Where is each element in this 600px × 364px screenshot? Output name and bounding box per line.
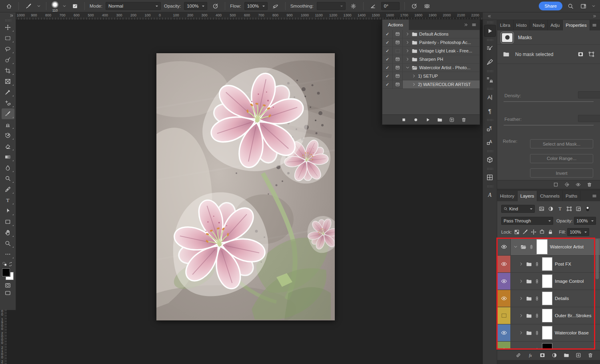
eye-icon[interactable] (501, 330, 507, 336)
layer-row[interactable]: Watercolor Artist (497, 238, 600, 256)
action-checkmark-icon[interactable]: ✓ (382, 80, 393, 88)
action-dialog-toggle[interactable] (393, 80, 403, 88)
dock-paragraph-styles[interactable]: ¶ (484, 122, 496, 134)
document-canvas[interactable] (156, 53, 335, 320)
swap-colors-icon[interactable] (8, 262, 13, 266)
action-item[interactable]: Watercolor Artist - Photo... (403, 64, 480, 72)
action-checkmark-icon[interactable]: ✓ (382, 47, 393, 55)
share-button[interactable]: Share (539, 2, 562, 10)
mask-link-icon[interactable] (534, 262, 540, 267)
action-row[interactable]: ✓1) SETUP (382, 72, 480, 80)
move-tool[interactable] (2, 22, 14, 33)
layer-name[interactable]: Watercolor Artist (550, 244, 584, 249)
chevron-right-icon[interactable] (405, 48, 410, 53)
stop-recording-icon[interactable] (401, 117, 406, 122)
new-action-set-icon[interactable] (437, 117, 442, 122)
refine-button-colorrange[interactable]: Color Range... (530, 154, 593, 163)
dock-paragraph[interactable]: ¶ (484, 105, 496, 117)
action-checkmark-icon[interactable]: ✓ (382, 30, 393, 38)
layer-row-body[interactable]: Watercolor Base (511, 324, 600, 341)
delete-layer-icon[interactable] (588, 352, 593, 358)
record-icon[interactable] (413, 117, 418, 122)
blend-mode-select[interactable]: Normal (106, 2, 161, 10)
tab-paths[interactable]: Paths (563, 191, 580, 201)
chevron-right-icon[interactable] (519, 330, 524, 335)
tab-histo[interactable]: Histo (514, 20, 530, 30)
mask-link-icon[interactable] (534, 296, 540, 301)
action-row[interactable]: ✓Vintage Light Leak - Free... (382, 47, 480, 55)
action-dialog-toggle[interactable] (393, 30, 403, 38)
frame-tool[interactable] (2, 76, 14, 87)
tab-history[interactable]: History (497, 191, 518, 201)
refine-button-selectandmask[interactable]: Select and Mask... (530, 139, 593, 148)
layer-name[interactable]: Watercolor Base (555, 330, 589, 335)
eye-icon[interactable] (501, 261, 507, 267)
layer-row[interactable]: Outer Br...Strokes (497, 307, 600, 324)
zoom-tool[interactable] (2, 238, 14, 249)
layer-row[interactable]: Image Control (497, 273, 600, 290)
layer-filter-select[interactable]: Kind (501, 205, 535, 213)
lock-pixels-icon[interactable] (522, 229, 528, 235)
toggle-mask-icon[interactable] (576, 182, 581, 187)
rectangle-tool[interactable] (2, 216, 14, 227)
layer-row-body[interactable]: Back Filling (511, 342, 600, 349)
type-tool[interactable]: T (2, 195, 14, 206)
layer-blend-mode-select[interactable]: Pass Through (501, 217, 553, 225)
chevron-right-icon[interactable] (405, 32, 410, 36)
filter-pixel-layers-icon[interactable] (539, 206, 544, 212)
dock-grip[interactable] (487, 21, 493, 23)
action-item[interactable]: Vintage Light Leak - Free... (403, 47, 480, 55)
new-group-icon[interactable] (564, 352, 569, 358)
layer-fill-select[interactable]: 100% (567, 228, 589, 236)
layer-visibility-cell[interactable] (497, 273, 511, 290)
action-row[interactable]: ✓Watercolor Artist - Photo... (382, 64, 480, 72)
refine-button-invert[interactable]: Invert (530, 168, 593, 178)
action-item[interactable]: Painterly - Photoshop Ac... (403, 38, 480, 46)
chevron-right-icon[interactable] (412, 82, 416, 87)
hidden-eye-box[interactable] (502, 314, 506, 318)
workspace-switcher-icon[interactable] (578, 1, 588, 11)
tab-layers[interactable]: Layers (518, 191, 538, 201)
action-row[interactable]: ✓Default Actions (382, 30, 480, 38)
dock-brushes[interactable] (484, 56, 496, 68)
eraser-tool[interactable] (2, 141, 14, 152)
play-action-icon[interactable] (425, 117, 430, 122)
tab-adju[interactable]: Adju (548, 20, 563, 30)
action-row[interactable]: ✓Painterly - Photoshop Ac... (382, 38, 480, 47)
lock-artboard-icon[interactable] (539, 229, 545, 235)
action-dialog-toggle[interactable] (393, 47, 403, 55)
flow-select[interactable]: 100% (244, 2, 268, 10)
apply-mask-icon[interactable] (564, 182, 570, 187)
chevron-down-icon[interactable] (513, 244, 518, 249)
layer-row[interactable]: Post FX (497, 256, 600, 273)
layer-visibility-cell[interactable] (497, 238, 511, 255)
tab-navig[interactable]: Navig (530, 20, 548, 30)
pressure-opacity-icon[interactable] (210, 1, 220, 11)
layer-mask-thumbnail[interactable] (536, 239, 548, 254)
new-adjustment-layer-icon[interactable] (552, 352, 557, 358)
tab-properties[interactable]: Properties (563, 20, 590, 30)
brush-tool-preset-icon[interactable] (24, 1, 33, 11)
vertical-ruler[interactable]: 1 8 0 01 9 0 02 0 0 02 1 0 02 2 0 0 (0, 310, 7, 364)
feather-slider[interactable] (504, 125, 594, 126)
toggle-brush-settings-icon[interactable] (70, 1, 80, 11)
layer-visibility-cell[interactable] (497, 256, 511, 272)
eye-icon[interactable] (501, 347, 507, 349)
gradient-tool[interactable] (2, 152, 14, 162)
expand-dock-icon[interactable] (487, 14, 492, 18)
layer-visibility-cell[interactable] (497, 324, 511, 341)
mask-link-icon[interactable] (534, 313, 540, 318)
chevron-down-icon[interactable] (591, 4, 596, 8)
pen-tool[interactable] (2, 184, 14, 195)
action-row[interactable]: ✓2) WATERCOLOR ARTIST (382, 80, 480, 89)
layer-row-body[interactable]: Post FX (511, 256, 600, 272)
action-dialog-toggle[interactable] (393, 55, 403, 63)
brush-preset-picker[interactable]: 110 (51, 1, 59, 12)
action-item[interactable]: Sharpen PH (403, 55, 480, 63)
link-layers-icon[interactable] (516, 352, 521, 358)
load-selection-icon[interactable] (553, 182, 558, 187)
layer-style-icon[interactable]: fx (528, 352, 533, 358)
layer-visibility-cell[interactable] (497, 307, 511, 324)
rectangular-marquee-tool[interactable] (2, 33, 14, 44)
eyedropper-tool[interactable] (2, 87, 14, 98)
